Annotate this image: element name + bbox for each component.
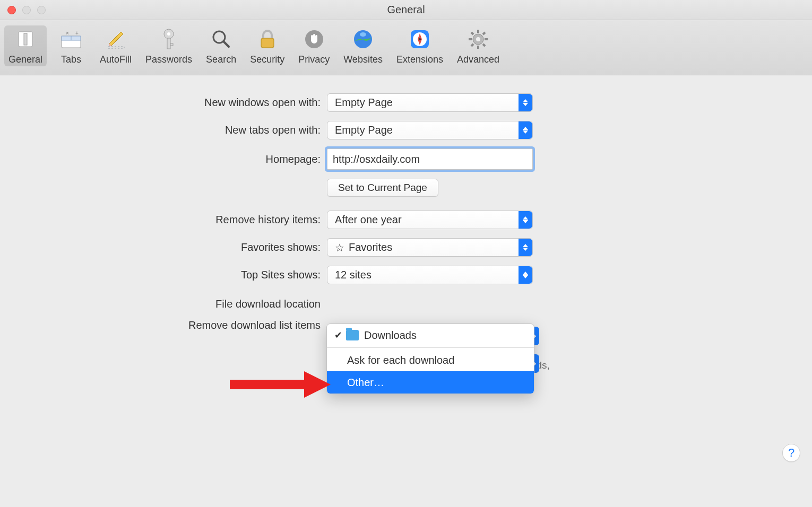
star-icon: ☆ xyxy=(335,241,344,254)
chevron-updown-icon xyxy=(519,239,532,256)
top-sites-label: Top Sites shows: xyxy=(0,269,327,281)
svg-marker-43 xyxy=(523,275,528,278)
pencil-icon xyxy=(104,28,127,51)
menu-item-other[interactable]: Other… xyxy=(327,371,534,394)
close-window-button[interactable] xyxy=(7,6,16,14)
general-icon xyxy=(14,28,37,51)
svg-rect-1 xyxy=(24,33,27,45)
download-location-menu: ✔ Downloads Ask for each download Other… xyxy=(326,324,534,394)
svg-line-31 xyxy=(471,44,473,46)
menu-item-ask[interactable]: Ask for each download xyxy=(327,349,534,371)
popup-value: Empty Page xyxy=(335,124,393,136)
svg-marker-35 xyxy=(523,103,528,106)
svg-rect-48 xyxy=(230,380,304,389)
chevron-updown-icon xyxy=(519,94,532,111)
toolbar-tab-general[interactable]: General xyxy=(4,25,47,66)
new-windows-label: New windows open with: xyxy=(0,97,327,109)
search-icon xyxy=(210,28,233,51)
toolbar-tab-extensions[interactable]: Extensions xyxy=(392,25,447,66)
remove-history-label: Remove history items: xyxy=(0,214,327,226)
toolbar-tab-security[interactable]: Security xyxy=(246,25,289,66)
svg-marker-39 xyxy=(523,220,528,223)
toolbar-tab-passwords[interactable]: Passwords xyxy=(141,25,196,66)
svg-marker-34 xyxy=(523,99,528,102)
svg-marker-37 xyxy=(523,130,528,134)
svg-point-19 xyxy=(360,32,366,37)
toolbar-tab-search[interactable]: Search xyxy=(202,25,240,66)
checkmark-icon: ✔ xyxy=(332,329,344,341)
homepage-label: Homepage: xyxy=(0,153,327,165)
new-tabs-label: New tabs open with: xyxy=(0,124,327,136)
toolbar-tab-privacy[interactable]: Privacy xyxy=(294,25,334,66)
svg-marker-49 xyxy=(304,371,331,398)
svg-rect-9 xyxy=(108,47,124,48)
lock-icon xyxy=(256,28,279,51)
popup-value: Favorites xyxy=(349,241,392,254)
toolbar-tab-tabs[interactable]: ×+ Tabs xyxy=(52,25,90,66)
menu-item-label: Other… xyxy=(347,377,384,389)
toolbar-label: Extensions xyxy=(396,54,443,65)
svg-line-29 xyxy=(471,32,473,34)
svg-line-32 xyxy=(483,32,485,34)
svg-marker-41 xyxy=(523,248,528,251)
globe-icon xyxy=(351,28,375,51)
popup-value: Empty Page xyxy=(335,97,393,109)
svg-text:×: × xyxy=(66,30,69,36)
toolbar-label: General xyxy=(8,54,42,65)
svg-point-33 xyxy=(476,37,480,41)
svg-rect-13 xyxy=(170,43,173,46)
chevron-updown-icon xyxy=(519,121,532,139)
help-icon: ? xyxy=(788,446,794,460)
popup-value: After one year xyxy=(335,214,402,226)
homepage-input[interactable] xyxy=(327,148,533,170)
zoom-window-button xyxy=(37,6,46,14)
favorites-popup[interactable]: ☆ Favorites xyxy=(327,238,533,257)
download-location-label: File download location xyxy=(0,298,327,310)
toolbar-label: Search xyxy=(206,54,236,65)
menu-item-downloads[interactable]: ✔ Downloads xyxy=(327,324,534,346)
set-current-page-button[interactable]: Set to Current Page xyxy=(327,179,438,197)
toolbar-label: Advanced xyxy=(457,54,499,65)
preferences-toolbar: General ×+ Tabs AutoFill Passwords Searc… xyxy=(0,20,812,75)
toolbar-label: Tabs xyxy=(61,54,81,65)
toolbar-tab-websites[interactable]: Websites xyxy=(339,25,387,66)
key-icon xyxy=(157,28,180,51)
help-button[interactable]: ? xyxy=(782,444,800,462)
remove-download-list-label: Remove download list items xyxy=(0,319,327,331)
toolbar-tab-autofill[interactable]: AutoFill xyxy=(96,25,136,66)
hand-icon xyxy=(303,28,326,51)
tabs-icon: ×+ xyxy=(59,28,83,51)
remove-history-popup[interactable]: After one year xyxy=(327,211,533,229)
svg-rect-12 xyxy=(167,38,170,49)
top-sites-popup[interactable]: 12 sites xyxy=(327,266,533,284)
folder-icon xyxy=(346,330,359,340)
chevron-updown-icon xyxy=(519,211,532,229)
toolbar-label: Passwords xyxy=(145,54,192,65)
menu-separator xyxy=(327,347,534,348)
window-titlebar: General xyxy=(0,0,812,20)
svg-rect-16 xyxy=(261,38,274,48)
svg-line-30 xyxy=(483,44,485,46)
svg-point-11 xyxy=(167,32,170,36)
toolbar-label: Security xyxy=(250,54,284,65)
svg-marker-40 xyxy=(523,244,528,247)
chevron-updown-icon xyxy=(519,266,532,284)
toolbar-tab-advanced[interactable]: Advanced xyxy=(453,25,504,66)
toolbar-label: Websites xyxy=(343,54,383,65)
menu-item-label: Downloads xyxy=(364,329,417,342)
toolbar-label: Privacy xyxy=(298,54,330,65)
svg-marker-38 xyxy=(523,216,528,220)
new-windows-popup[interactable]: Empty Page xyxy=(327,93,533,112)
popup-value: 12 sites xyxy=(335,269,372,281)
svg-marker-36 xyxy=(523,127,528,130)
favorites-label: Favorites shows: xyxy=(0,241,327,254)
svg-marker-7 xyxy=(109,32,123,46)
svg-text:+: + xyxy=(75,30,79,36)
minimize-window-button xyxy=(22,6,31,14)
annotation-arrow-icon xyxy=(230,371,331,398)
window-title: General xyxy=(387,4,425,16)
new-tabs-popup[interactable]: Empty Page xyxy=(327,121,533,139)
svg-point-23 xyxy=(419,38,421,40)
svg-line-15 xyxy=(223,41,229,47)
svg-marker-42 xyxy=(523,272,528,275)
